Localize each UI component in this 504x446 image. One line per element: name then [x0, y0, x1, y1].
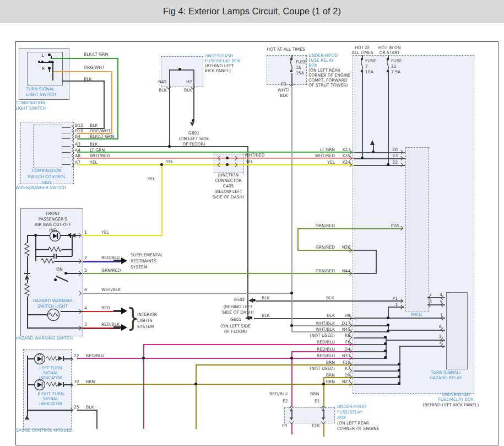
resistor-icon [48, 246, 62, 252]
pin-label: N45 [337, 327, 350, 332]
wire-label: GRN/RED [302, 268, 335, 273]
contact-dot [48, 61, 51, 63]
hazard-switch-label: HAZARD WARNING SWITCH [15, 336, 73, 341]
underdash-box-label: UNDER-DASH [205, 53, 233, 58]
fuse-icon [359, 57, 365, 73]
pin-label: 5 [440, 299, 442, 304]
pin-label: F9 [282, 423, 287, 428]
pin-label: 1 [390, 302, 398, 307]
fuse-amps: 7.5A [391, 69, 400, 74]
wire-segment [354, 364, 400, 366]
junction-dot [142, 357, 145, 359]
led-icon [34, 353, 46, 365]
wire-segment [51, 56, 52, 59]
diode-icon [71, 233, 75, 238]
interior-lights-label: INTERIOR [137, 312, 157, 317]
fuse-icon [288, 57, 295, 73]
resistor-icon [24, 283, 30, 297]
flow-arrow-icon [121, 308, 127, 314]
pin-label: N27 [337, 379, 350, 384]
wire-segment [28, 410, 72, 411]
pin-label: 23 [388, 153, 398, 158]
wire-segment [298, 250, 354, 251]
box-combination-switch-control-unit [33, 125, 62, 168]
wire-segment [354, 273, 376, 274]
wire-label: BRN [297, 360, 335, 365]
right-turn-indicator-label: RIGHT TURN [29, 391, 73, 396]
wire-label: RED/BLU [101, 255, 120, 260]
pin-label: X27 [337, 147, 350, 152]
junction-dot [384, 356, 387, 359]
junction-dot [290, 357, 293, 359]
junction-dot [398, 369, 400, 372]
diode-icon [25, 275, 29, 280]
control-unit-label: SWITCH CONTROL [20, 174, 73, 179]
fuse-number: 7 [365, 64, 368, 69]
wire-segment [28, 235, 50, 236]
wire-label: (NOT USED) [297, 366, 335, 371]
wire-segment [386, 340, 445, 341]
flow-arrow-icon [121, 257, 127, 264]
wire-segment [62, 249, 73, 250]
location-label: OF FLOOR) [212, 329, 259, 334]
wire-label: BLK [90, 123, 97, 128]
junction-dot [384, 336, 387, 338]
wire-segment [354, 331, 389, 332]
pin-label: H9 [337, 313, 350, 318]
pin-label: 4 [84, 305, 87, 310]
junction-dot [64, 272, 67, 275]
wire-segment [111, 71, 112, 133]
wire-segment [56, 254, 57, 259]
wire-segment [193, 88, 194, 120]
pin-label: 22 [74, 353, 79, 358]
contact-dot [48, 67, 51, 69]
junction-dot [290, 292, 293, 294]
wire-label: RED [101, 305, 110, 310]
location-label: SIDE OF DASH) [208, 195, 248, 200]
turn-signal-switch-label: LIGHT SWITCH [26, 92, 56, 97]
ground-icon [190, 122, 194, 126]
airbag-ind-label: IND [25, 228, 80, 233]
wire-label: LT GRN [90, 148, 105, 153]
wire-label: WHT/BLK [101, 287, 121, 292]
micu-label: MICU [405, 312, 427, 317]
resistor-icon [41, 258, 55, 264]
right-turn-indicator-label: INDICATOR [29, 401, 73, 406]
wire-segment [57, 256, 72, 257]
pin-label: K7 [337, 366, 350, 371]
pin-label: D17 [337, 321, 350, 326]
wire-label: RED/BLU [297, 347, 335, 352]
wire-label: WHT/ [278, 88, 289, 93]
wire-segment [63, 382, 64, 387]
underhood-box-label: BOX [337, 415, 346, 420]
wire-label: RED/BLU [86, 353, 104, 358]
pin-label: 7 [429, 292, 432, 297]
wire-segment [83, 235, 162, 236]
wire-segment [291, 87, 292, 332]
arrow-tail [113, 310, 121, 312]
wire-label: YEL [246, 159, 253, 164]
fuse-amps: 15A [296, 71, 304, 76]
interior-lights-label: SYSTEM [137, 324, 154, 329]
on-label: ON [56, 267, 63, 272]
junction-dot [168, 145, 171, 148]
wire-label: WHT/RED [302, 153, 335, 158]
junction-dot [384, 342, 387, 345]
junction-dot [68, 234, 71, 237]
pin-label: 3 [84, 322, 87, 327]
airbag-ind-label: PASSENGER'S [25, 217, 80, 222]
location-label: (BELOW LEFT [208, 189, 248, 194]
location-label: CORNER OF ENGINE [337, 426, 380, 431]
srs-label: SUPPLEMENTAL [131, 252, 163, 257]
wire-segment [27, 257, 28, 275]
ground-dot [253, 299, 256, 302]
wire-label: BLK [184, 88, 192, 93]
contact-dot [48, 53, 51, 56]
combination-light-switch-label: LIGHT SWITCH [15, 106, 46, 111]
wire-label: BLK [84, 77, 91, 82]
ground-label: G601 [230, 317, 241, 322]
ground-dot [250, 316, 252, 319]
pin-label: E1 [315, 399, 320, 404]
wire-segment [117, 58, 118, 139]
wire-label: BLK [90, 142, 97, 147]
